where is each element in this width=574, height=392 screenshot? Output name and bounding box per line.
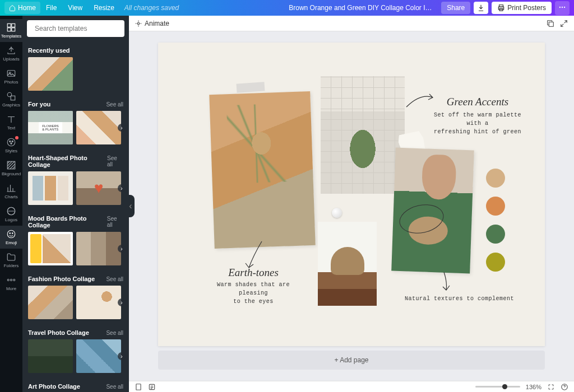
download-icon: [477, 4, 485, 12]
section-title: Art Photo Collage: [28, 383, 80, 390]
template-thumb[interactable]: [28, 286, 73, 319]
annotation-title[interactable]: Earth-tones: [211, 267, 295, 279]
view-menu[interactable]: View: [62, 2, 88, 14]
canvas-toolbar: Animate: [129, 16, 574, 31]
rail-folders[interactable]: Folders: [0, 249, 22, 272]
svg-point-22: [12, 233, 13, 234]
rail-label: Charts: [4, 194, 18, 199]
help-icon[interactable]: [561, 383, 568, 391]
home-button[interactable]: Home: [4, 2, 40, 14]
svg-rect-8: [7, 28, 11, 31]
see-all-link[interactable]: See all: [107, 155, 123, 167]
template-thumb[interactable]: [76, 171, 121, 205]
chevron-right-icon[interactable]: ›: [118, 352, 126, 360]
template-thumb[interactable]: [28, 339, 73, 373]
chevron-right-icon[interactable]: ›: [118, 245, 126, 253]
color-swatch[interactable]: [486, 169, 505, 188]
search-box[interactable]: [27, 20, 124, 37]
svg-point-27: [137, 22, 140, 25]
save-status: All changes saved: [124, 4, 179, 12]
rail-label: Graphics: [2, 102, 20, 108]
animate-label: Animate: [145, 20, 169, 27]
see-all-link[interactable]: See all: [106, 330, 123, 336]
svg-point-21: [10, 233, 11, 234]
svg-point-5: [564, 6, 565, 7]
rail-label: Styles: [5, 148, 17, 153]
expand-icon[interactable]: [559, 19, 568, 28]
status-bar: 136%: [129, 381, 574, 392]
rail-background[interactable]: Bkground: [0, 157, 22, 180]
print-button[interactable]: Print Posters: [492, 2, 552, 14]
document-title[interactable]: Brown Orange and Green DIY Collage Color…: [289, 4, 434, 12]
rail-more[interactable]: More: [0, 272, 22, 295]
template-thumb[interactable]: [28, 57, 73, 91]
rail-uploads[interactable]: Uploads: [0, 42, 22, 65]
print-icon: [497, 4, 505, 12]
template-thumb[interactable]: [76, 286, 121, 319]
add-page-button[interactable]: + Add page: [158, 351, 545, 370]
search-input[interactable]: [35, 25, 119, 32]
share-button[interactable]: Share: [441, 2, 470, 14]
chevron-right-icon[interactable]: ›: [118, 184, 126, 192]
arrow-decoration: [438, 271, 455, 293]
template-thumb[interactable]: [76, 339, 121, 373]
download-button[interactable]: [474, 2, 488, 14]
rail-logos[interactable]: Logos: [0, 203, 22, 226]
svg-point-17: [11, 143, 12, 144]
svg-rect-7: [12, 24, 15, 27]
svg-point-4: [562, 6, 563, 7]
template-thumb[interactable]: [76, 111, 121, 144]
chevron-right-icon[interactable]: ›: [118, 298, 126, 306]
notes-icon[interactable]: [148, 383, 156, 391]
pages-icon[interactable]: [135, 383, 142, 391]
zoom-slider[interactable]: [475, 386, 520, 388]
template-thumb[interactable]: [28, 171, 73, 205]
svg-point-14: [7, 138, 15, 146]
svg-rect-6: [7, 24, 11, 27]
rail-charts[interactable]: Charts: [0, 180, 22, 203]
template-thumb[interactable]: [76, 232, 121, 265]
home-label: Home: [18, 4, 36, 12]
annotation-body[interactable]: Natural textures to complement: [405, 295, 514, 303]
home-icon: [9, 4, 16, 11]
canvas-scroll[interactable]: Green Accents Set off the warm palette w…: [129, 31, 574, 381]
duplicate-icon[interactable]: [546, 19, 555, 28]
see-all-link[interactable]: See all: [106, 384, 123, 390]
see-all-link[interactable]: See all: [106, 276, 123, 282]
moodboard-image[interactable]: [318, 222, 377, 306]
see-all-link[interactable]: See all: [107, 216, 123, 228]
rail-templates[interactable]: Templates: [0, 19, 22, 42]
animate-button[interactable]: Animate: [135, 20, 169, 27]
moodboard-image[interactable]: [209, 91, 315, 249]
design-page[interactable]: Green Accents Set off the warm palette w…: [158, 43, 545, 346]
dots-icon: [558, 3, 566, 11]
template-thumb[interactable]: [28, 111, 73, 144]
canvas-area: Animate Green Accents: [129, 16, 574, 381]
rail-text[interactable]: Text: [0, 111, 22, 134]
file-menu[interactable]: File: [40, 2, 62, 14]
fullscreen-icon[interactable]: [547, 383, 555, 391]
chevron-right-icon[interactable]: ›: [118, 124, 126, 132]
zoom-value: 136%: [526, 384, 541, 390]
rail-emoji[interactable]: Emoji: [0, 226, 22, 249]
annotation-title[interactable]: Green Accents: [433, 96, 522, 108]
rail-label: Templates: [1, 34, 21, 39]
rail-graphics[interactable]: Graphics: [0, 88, 22, 111]
rail-photos[interactable]: Photos: [0, 65, 22, 88]
color-swatch[interactable]: [486, 253, 505, 272]
svg-point-3: [559, 6, 561, 7]
rail-styles[interactable]: Styles: [0, 134, 22, 157]
section-title: For you: [28, 101, 50, 108]
see-all-link[interactable]: See all: [106, 101, 123, 108]
panel-collapse-handle[interactable]: ‹: [127, 195, 135, 217]
template-thumb[interactable]: [28, 232, 73, 265]
color-swatch[interactable]: [486, 197, 505, 216]
annotation-body[interactable]: Set off the warm palette with a refreshi…: [427, 111, 528, 136]
svg-point-20: [7, 230, 15, 238]
more-button[interactable]: [555, 1, 570, 15]
annotation-body[interactable]: Warm shades that are pleasing to the eye…: [203, 281, 304, 306]
svg-point-15: [10, 141, 11, 142]
moodboard-image[interactable]: [321, 76, 405, 194]
color-swatch[interactable]: [486, 225, 505, 244]
resize-menu[interactable]: Resize: [88, 2, 120, 14]
